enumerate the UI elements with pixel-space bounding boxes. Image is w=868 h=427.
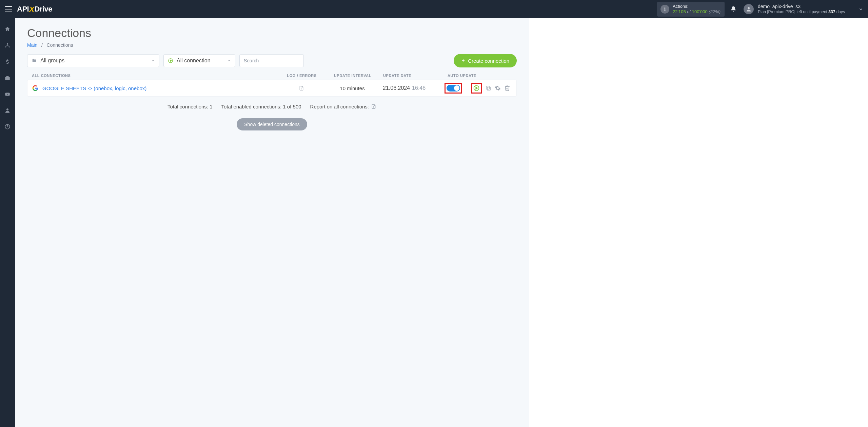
th-interval: UPDATE INTERVAL — [326, 74, 380, 78]
info-icon: i — [660, 5, 669, 14]
svg-marker-16 — [476, 87, 477, 89]
nav-toolbox[interactable] — [0, 71, 15, 85]
table-header: ALL CONNECTIONS LOG / ERRORS UPDATE INTE… — [27, 74, 517, 78]
groups-label: All groups — [40, 58, 64, 64]
gear-icon[interactable] — [495, 85, 501, 91]
breadcrumb: Main / Connections — [27, 42, 517, 48]
th-date: UPDATE DATE — [380, 74, 444, 78]
svg-rect-17 — [487, 87, 490, 90]
svg-point-3 — [9, 46, 10, 47]
th-auto: AUTO UPDATE — [444, 74, 512, 78]
show-deleted-button[interactable]: Show deleted connections — [237, 118, 307, 130]
copy-icon[interactable] — [485, 85, 491, 91]
actions-label: Actions: — [673, 4, 721, 9]
logo[interactable]: APIXDrive — [17, 5, 52, 14]
chevron-down-icon[interactable] — [859, 7, 863, 12]
create-connection-button[interactable]: Create connection — [454, 54, 517, 67]
actions-numbers: 22'105 of 100'000 (22%) — [673, 9, 721, 15]
svg-marker-10 — [170, 60, 172, 61]
svg-point-0 — [748, 7, 750, 9]
auto-update-toggle[interactable] — [447, 85, 460, 92]
svg-point-1 — [7, 43, 8, 44]
plus-icon — [461, 59, 465, 63]
google-icon — [32, 85, 38, 91]
update-date: 21.06.202416:46 — [379, 85, 444, 91]
th-log: LOG / ERRORS — [278, 74, 326, 78]
groups-select[interactable]: All groups — [27, 54, 159, 67]
connection-name-link[interactable]: GOOGLE SHEETS -> (onebox, logic, onebox) — [42, 85, 278, 91]
breadcrumb-main[interactable]: Main — [27, 42, 37, 48]
chevron-down-icon — [227, 59, 231, 63]
nav-help[interactable] — [0, 120, 15, 134]
svg-rect-18 — [486, 86, 489, 89]
log-icon[interactable] — [299, 85, 304, 91]
chevron-down-icon — [151, 59, 155, 63]
username: demo_apix-drive_s3 — [758, 4, 845, 10]
folder-icon — [32, 58, 37, 63]
plan-line: Plan |Premium PRO| left until payment 33… — [758, 9, 845, 15]
th-name: ALL CONNECTIONS — [32, 74, 278, 78]
nav-account[interactable] — [0, 104, 15, 117]
nav-video[interactable] — [0, 87, 15, 101]
sidebar — [0, 18, 15, 427]
highlight-toggle — [445, 83, 462, 94]
trash-icon[interactable] — [504, 85, 510, 91]
nav-connections[interactable] — [0, 39, 15, 52]
status-label: All connection — [177, 58, 211, 64]
table-row: GOOGLE SHEETS -> (onebox, logic, onebox)… — [27, 80, 517, 97]
summary-total: Total connections: 1 — [167, 104, 213, 109]
summary-row: Total connections: 1 Total enabled conne… — [27, 103, 517, 109]
play-circle-icon — [168, 58, 173, 63]
interval-value: 10 minutes — [325, 85, 379, 91]
status-select[interactable]: All connection — [163, 54, 235, 67]
menu-toggle[interactable] — [5, 6, 12, 12]
search-input[interactable] — [239, 54, 304, 67]
topbar: APIXDrive i Actions: 22'105 of 100'000 (… — [0, 0, 868, 18]
run-now-icon[interactable] — [473, 85, 480, 92]
nav-billing[interactable] — [0, 55, 15, 68]
actions-counter[interactable]: i Actions: 22'105 of 100'000 (22%) — [657, 2, 725, 16]
report-icon[interactable] — [371, 103, 376, 109]
nav-home[interactable] — [0, 22, 15, 36]
svg-point-8 — [7, 128, 8, 128]
user-menu[interactable]: demo_apix-drive_s3 Plan |Premium PRO| le… — [744, 4, 863, 15]
breadcrumb-current: Connections — [47, 42, 73, 48]
bell-icon[interactable] — [730, 6, 737, 13]
summary-report-label: Report on all connections: — [310, 104, 369, 109]
avatar-icon — [744, 4, 754, 14]
main-content: Connections Main / Connections All group… — [15, 18, 529, 427]
svg-point-6 — [6, 108, 8, 110]
summary-enabled: Total enabled connections: 1 of 500 — [221, 104, 301, 109]
page-title: Connections — [27, 26, 517, 40]
highlight-run — [471, 83, 482, 94]
blank-area — [529, 18, 868, 427]
svg-point-2 — [5, 46, 6, 47]
